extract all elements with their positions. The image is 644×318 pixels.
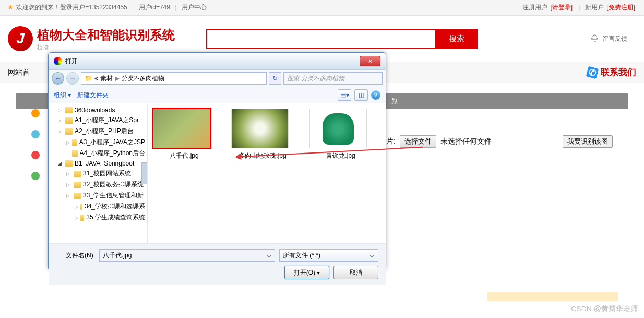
tree-item[interactable]: ▷32_校园教务排课系统 <box>49 179 147 190</box>
free-reg-link[interactable]: [免费注册] <box>606 4 635 11</box>
sidebar-icons <box>31 109 40 180</box>
tree-item[interactable]: ▷34_学校排课和选课系 <box>49 201 147 212</box>
folder-icon <box>65 128 73 135</box>
dialog-title: 打开 <box>65 57 360 66</box>
dialog-titlebar[interactable]: 打开 ✕ <box>49 53 386 70</box>
open-dialog: 打开 ✕ ← → 📁« 素材 ▶ 分类2-多肉植物 ↻ 搜索 分类2-多肉植物 … <box>48 52 386 269</box>
organize-menu[interactable]: 组织 ▾ <box>54 91 71 100</box>
close-button[interactable]: ✕ <box>360 56 380 66</box>
newfolder-button[interactable]: 新建文件夹 <box>77 91 109 100</box>
folder-icon <box>72 139 77 146</box>
folder-icon <box>74 171 81 177</box>
file-thumb[interactable]: 多肉山地玫瑰.jpg <box>231 109 294 160</box>
folder-icon <box>80 215 84 221</box>
back-button[interactable]: ← <box>52 72 64 85</box>
svg-point-0 <box>592 35 597 40</box>
tree-item[interactable]: ▷A1_小程序_JAVA之Spr <box>49 115 147 126</box>
thumbnail-image <box>153 109 210 148</box>
side-icon-1[interactable] <box>31 109 40 117</box>
refresh-button[interactable]: ↻ <box>269 72 281 85</box>
thumbnail-image <box>231 109 289 148</box>
folder-icon: 📁 <box>85 75 92 82</box>
cancel-button[interactable]: 取消 <box>333 266 378 279</box>
filename-input[interactable]: 八千代.jpg <box>99 249 275 262</box>
breadcrumb[interactable]: 📁« 素材 ▶ 分类2-多肉植物 <box>81 72 267 85</box>
choose-file-button[interactable]: 选择文件 <box>400 135 436 148</box>
side-icon-3[interactable] <box>31 151 40 159</box>
dialog-search[interactable]: 搜索 分类2-多肉植物 <box>283 72 383 85</box>
headset-icon <box>590 33 599 44</box>
search-button[interactable]: 搜索 <box>436 29 478 49</box>
folder-icon <box>74 193 81 199</box>
app-icon <box>54 57 62 65</box>
phone-icon: ✆ <box>586 66 599 78</box>
newuser-label: 新用户 <box>585 4 604 11</box>
welcome-text: 欢迎您的到来！登录用户=13522334455 <box>16 4 127 11</box>
filename-label: 文件名(N): <box>56 251 95 260</box>
folder-icon <box>65 160 73 167</box>
tree-item[interactable]: ▷A2_小程序_PHP后台 <box>49 126 147 137</box>
tree-item[interactable]: ▷35 学生成绩查询系统 <box>49 212 147 223</box>
tree-item[interactable]: ▷360downloads <box>49 105 147 115</box>
contact-us[interactable]: ✆ 联系我们 <box>587 66 636 78</box>
user-id: 用户id=749 <box>139 4 170 11</box>
preview-pane-button[interactable]: ◫ <box>354 89 368 101</box>
view-mode-button[interactable]: ▤▾ <box>338 89 351 101</box>
file-thumb[interactable]: 八千代.jpg <box>153 109 216 160</box>
file-list: 八千代.jpg多肉山地玫瑰.jpg青锁龙.jpg <box>148 103 386 243</box>
site-subtitle: 植物 <box>37 43 175 51</box>
nav-home[interactable]: 网站首 <box>8 68 30 77</box>
thumbnail-image <box>309 109 367 148</box>
reg-label: 注册用户 <box>522 4 547 11</box>
side-icon-2[interactable] <box>31 130 40 138</box>
filetype-select[interactable]: 所有文件 (*.*) <box>279 249 378 262</box>
top-bar: ★ 欢迎您的到来！登录用户=13522334455 | 用户id=749 | 用… <box>0 0 644 16</box>
login-link[interactable]: [请登录] <box>551 4 573 11</box>
forward-button[interactable]: → <box>66 72 79 85</box>
feedback-button[interactable]: 留言反馈 <box>581 30 636 48</box>
highlight-bar <box>487 292 618 301</box>
tree-item[interactable]: ▷A3_小程序_JAVA之JSP <box>49 137 147 148</box>
open-button[interactable]: 打开(O) ▾ <box>284 266 329 279</box>
tree-item[interactable]: ▷33_学生信息管理和新 <box>49 190 147 201</box>
site-title: 植物大全和智能识别系统 <box>37 27 175 43</box>
star-icon: ★ <box>8 4 14 11</box>
folder-icon <box>74 182 81 188</box>
folder-tree[interactable]: ▷360downloads▷A1_小程序_JAVA之Spr▷A2_小程序_PHP… <box>49 103 148 243</box>
folder-icon <box>65 107 73 113</box>
file-name: 八千代.jpg <box>153 151 216 160</box>
search-input[interactable] <box>206 29 436 49</box>
watermark: CSDN @黄菊华老师 <box>571 304 638 314</box>
identify-button[interactable]: 我要识别该图 <box>563 135 613 148</box>
logo-icon: J <box>8 26 33 51</box>
tree-item[interactable]: ◢B1_JAVA_Springboot <box>49 159 147 168</box>
nofile-text: 未选择任何文件 <box>440 137 492 146</box>
tree-item[interactable]: ▷31_校园网站系统 <box>49 168 147 179</box>
folder-icon <box>80 204 82 210</box>
tree-item[interactable]: A4_小程序_Python后台 <box>49 148 147 159</box>
help-icon[interactable]: ? <box>371 90 380 100</box>
usercenter-link[interactable]: 用户中心 <box>182 4 207 11</box>
folder-icon <box>65 117 73 124</box>
folder-icon <box>72 150 77 157</box>
side-icon-4[interactable] <box>31 172 40 180</box>
